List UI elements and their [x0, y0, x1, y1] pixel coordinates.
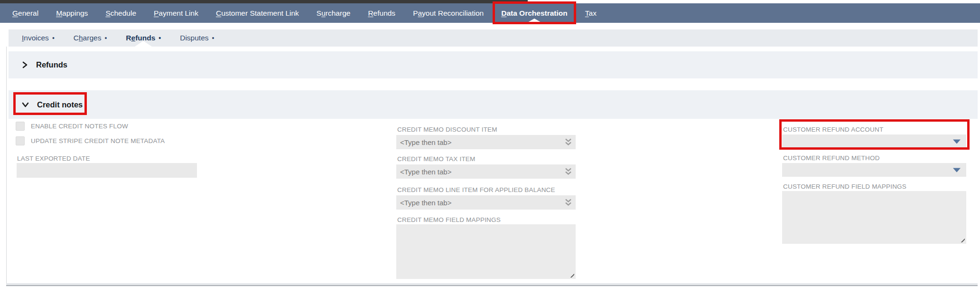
tab-bullet: • [159, 34, 161, 42]
double-chevron-down-icon[interactable] [565, 199, 572, 207]
tab-label: Surcharge [317, 9, 351, 18]
tab-surcharge[interactable]: Surcharge [317, 3, 351, 23]
field-label: CUSTOMER REFUND ACCOUNT [783, 126, 883, 133]
chevron-down-icon[interactable] [22, 102, 29, 108]
sub-tab-bar: Invoices•Charges•Refunds•Disputes• [9, 29, 978, 47]
tab-schedule[interactable]: Schedule [105, 3, 136, 23]
last-exported-date-input[interactable] [17, 163, 197, 178]
triangle-down-icon [953, 168, 961, 172]
customer-refund-field-mappings-textarea[interactable] [782, 191, 966, 244]
tab-label: Data Orchestration [501, 9, 568, 18]
section-title: Credit notes [37, 100, 83, 109]
tab-payout-reconciliation[interactable]: Payout Reconciliation [413, 3, 484, 23]
tab-label: Payment Link [154, 9, 198, 18]
enable-credit-notes-flow-row: ENABLE CREDIT NOTES FLOW [16, 122, 128, 131]
credit-memo-field-mappings-field [396, 224, 576, 279]
tab-label: Charges [74, 34, 102, 42]
credit-memo-discount-item-field [396, 135, 576, 149]
tab-label: Tax [585, 9, 597, 18]
chevron-right-icon[interactable] [22, 61, 28, 68]
tab-tax[interactable]: Tax [585, 3, 597, 23]
field-label: CREDIT MEMO DISCOUNT ITEM [397, 126, 497, 133]
tab-bullet: • [212, 34, 215, 42]
last-exported-date-field [17, 163, 197, 178]
customer-refund-account-select[interactable] [782, 134, 966, 149]
section-head-group: Refunds [9, 60, 67, 69]
tab-label: Invoices [22, 34, 49, 42]
section-title: Refunds [36, 60, 67, 69]
tab-label: General [12, 9, 38, 18]
field-label: CREDIT MEMO FIELD MAPPINGS [397, 216, 501, 223]
tab-mappings[interactable]: Mappings [56, 3, 88, 23]
double-chevron-down-icon[interactable] [565, 138, 572, 146]
credit-memo-line-item-for-applied-balance-field [396, 195, 576, 210]
tab-label: Mappings [56, 9, 88, 18]
active-tab-pointer [527, 19, 542, 23]
tab-label: Schedule [105, 9, 136, 18]
tab-bullet: • [52, 34, 55, 42]
credit-memo-tax-item-field [396, 164, 576, 179]
active-tab-pointer [135, 41, 152, 47]
update-stripe-credit-note-metadata-row: UPDATE STRIPE CREDIT NOTE METADATA [16, 136, 165, 145]
tab-customer-statement-link[interactable]: Customer Statement Link [216, 3, 299, 23]
credit-memo-tax-item-input[interactable] [396, 164, 576, 179]
tab-label: Refunds [368, 9, 395, 18]
tab-bullet: • [104, 34, 107, 42]
top-edge-strip [0, 0, 528, 3]
main-tab-bar: GeneralMappingsSchedulePayment LinkCusto… [0, 3, 980, 23]
tab-label: Payout Reconciliation [413, 9, 484, 18]
customer-refund-field-mappings-field [782, 191, 966, 244]
credit-notes-form: ENABLE CREDIT NOTES FLOW UPDATE STRIPE C… [0, 119, 980, 288]
tab-data-orchestration[interactable]: Data Orchestration [501, 3, 568, 23]
tab-general[interactable]: General [12, 3, 38, 23]
update-stripe-credit-note-metadata-checkbox[interactable] [16, 136, 25, 145]
double-chevron-down-icon[interactable] [565, 168, 572, 176]
section-head-group: Credit notes [9, 100, 83, 109]
field-label: UPDATE STRIPE CREDIT NOTE METADATA [31, 137, 165, 144]
tab-refunds[interactable]: Refunds [368, 3, 395, 23]
tab-payment-link[interactable]: Payment Link [154, 3, 198, 23]
credit-memo-discount-item-input[interactable] [396, 135, 576, 149]
field-label: CREDIT MEMO TAX ITEM [397, 155, 476, 163]
settings-page: GeneralMappingsSchedulePayment LinkCusto… [0, 0, 980, 288]
field-label: LAST EXPORTED DATE [17, 155, 90, 162]
tab-label: Disputes [180, 34, 208, 42]
credit-memo-line-item-for-applied-balance-input[interactable] [396, 195, 576, 210]
field-label: CUSTOMER REFUND FIELD MAPPINGS [783, 183, 906, 190]
customer-refund-method-select[interactable] [782, 163, 966, 177]
tab-refunds[interactable]: Refunds• [126, 29, 161, 47]
tab-disputes[interactable]: Disputes• [180, 29, 214, 47]
tab-label: Customer Statement Link [216, 9, 299, 18]
field-label: CUSTOMER REFUND METHOD [783, 154, 880, 162]
field-label: CREDIT MEMO LINE ITEM FOR APPLIED BALANC… [397, 186, 555, 193]
enable-credit-notes-flow-checkbox[interactable] [16, 122, 25, 131]
section-header-credit-notes[interactable]: Credit notes [9, 90, 978, 119]
tab-charges[interactable]: Charges• [74, 29, 107, 47]
section-bottom-divider [6, 283, 978, 286]
field-label: ENABLE CREDIT NOTES FLOW [31, 123, 128, 130]
section-header-refunds[interactable]: Refunds [9, 51, 978, 78]
triangle-down-icon [953, 140, 961, 144]
tab-invoices[interactable]: Invoices• [22, 29, 55, 47]
credit-memo-field-mappings-textarea[interactable] [396, 224, 576, 279]
